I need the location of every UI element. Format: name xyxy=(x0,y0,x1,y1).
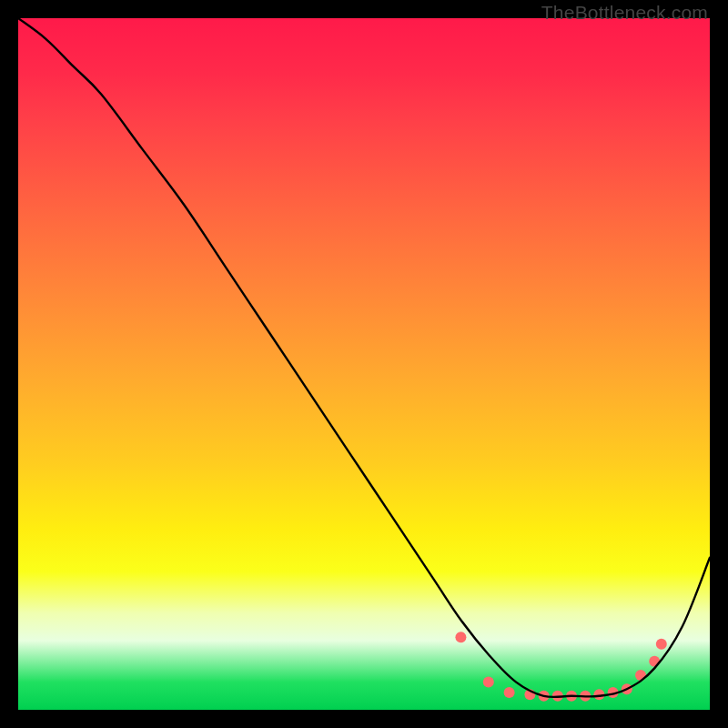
watermark-text: TheBottleneck.com xyxy=(541,2,708,24)
data-marker xyxy=(483,677,494,688)
bottleneck-curve xyxy=(18,18,710,697)
data-marker xyxy=(504,687,515,698)
marker-layer xyxy=(455,632,666,702)
chart-overlay xyxy=(18,18,710,710)
data-marker xyxy=(656,639,667,650)
data-marker xyxy=(455,632,466,642)
